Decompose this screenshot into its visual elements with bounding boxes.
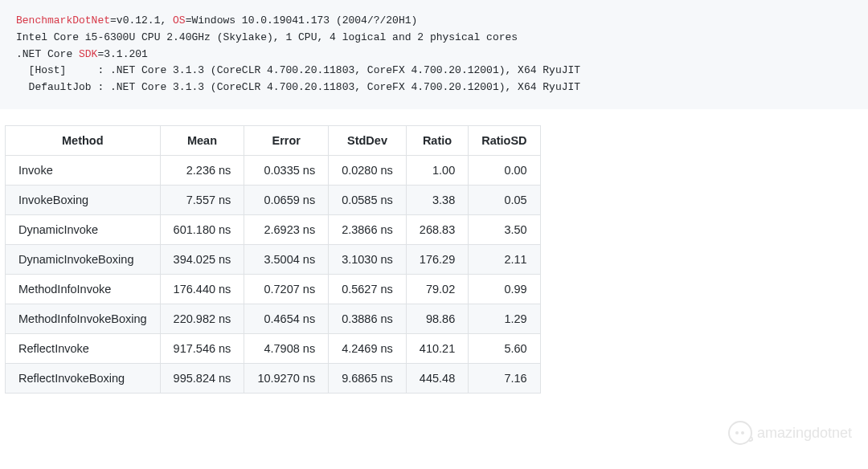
cell-value: 0.00 (469, 155, 540, 185)
cell-value: 5.60 (469, 333, 540, 363)
cell-method: ReflectInvokeBoxing (6, 363, 161, 393)
cell-value: 1.00 (406, 155, 468, 185)
col-stddev: StdDev (329, 125, 407, 155)
cell-value: 10.9270 ns (244, 363, 329, 393)
cell-value: 2.11 (469, 244, 540, 274)
code-token: OS (173, 14, 186, 27)
cell-value: 394.025 ns (160, 244, 244, 274)
col-error: Error (244, 125, 329, 155)
cell-value: 917.546 ns (160, 333, 244, 363)
code-token: =Windows 10.0.19041.173 (2004/?/20H1) (186, 14, 418, 27)
col-ratio: Ratio (406, 125, 468, 155)
cell-value: 7.16 (469, 363, 540, 393)
cell-method: Invoke (6, 155, 161, 185)
code-token: .NET Core (16, 48, 79, 60)
table-row: MethodInfoInvokeBoxing220.982 ns0.4654 n… (6, 304, 541, 333)
code-token: SDK (79, 48, 97, 60)
table-row: MethodInfoInvoke176.440 ns0.7207 ns0.562… (6, 274, 541, 304)
cell-value: 2.236 ns (160, 155, 244, 185)
cell-value: 0.4654 ns (244, 304, 329, 333)
col-method: Method (6, 125, 161, 155)
cell-value: 0.05 (469, 185, 540, 214)
cell-value: 445.48 (406, 363, 468, 393)
cell-method: MethodInfoInvoke (6, 274, 161, 304)
cell-method: MethodInfoInvokeBoxing (6, 304, 161, 333)
cell-value: 2.3866 ns (329, 214, 407, 244)
cell-method: DynamicInvoke (6, 214, 161, 244)
cell-value: 0.3886 ns (329, 304, 407, 333)
wechat-icon (728, 421, 752, 445)
cell-value: 0.0335 ns (244, 155, 329, 185)
table-row: ReflectInvoke917.546 ns4.7908 ns4.2469 n… (6, 333, 541, 363)
cell-value: 0.7207 ns (244, 274, 329, 304)
table-row: DynamicInvokeBoxing394.025 ns3.5004 ns3.… (6, 244, 541, 274)
watermark: amazingdotnet (728, 421, 852, 445)
cell-value: 3.50 (469, 214, 540, 244)
code-line: [Host] : .NET Core 3.1.3 (CoreCLR 4.700.… (16, 64, 580, 76)
cell-value: 601.180 ns (160, 214, 244, 244)
cell-value: 0.5627 ns (329, 274, 407, 304)
cell-value: 9.6865 ns (329, 363, 407, 393)
code-line: DefaultJob : .NET Core 3.1.3 (CoreCLR 4.… (16, 81, 580, 93)
cell-value: 7.557 ns (160, 185, 244, 214)
cell-value: 4.2469 ns (329, 333, 407, 363)
cell-value: 268.83 (406, 214, 468, 244)
code-line: Intel Core i5-6300U CPU 2.40GHz (Skylake… (16, 31, 518, 43)
table-row: Invoke2.236 ns0.0335 ns0.0280 ns1.000.00 (6, 155, 541, 185)
cell-value: 98.86 (406, 304, 468, 333)
col-ratiosd: RatioSD (469, 125, 540, 155)
cell-value: 995.824 ns (160, 363, 244, 393)
table-header-row: Method Mean Error StdDev Ratio RatioSD (6, 125, 541, 155)
table-row: DynamicInvoke601.180 ns2.6923 ns2.3866 n… (6, 214, 541, 244)
benchmark-table: Method Mean Error StdDev Ratio RatioSD I… (5, 125, 541, 394)
code-token: =v0.12.1, (110, 14, 173, 27)
cell-value: 176.440 ns (160, 274, 244, 304)
cell-value: 0.0659 ns (244, 185, 329, 214)
cell-value: 410.21 (406, 333, 468, 363)
cell-value: 3.5004 ns (244, 244, 329, 274)
cell-value: 0.0585 ns (329, 185, 407, 214)
cell-method: ReflectInvoke (6, 333, 161, 363)
cell-value: 3.1030 ns (329, 244, 407, 274)
cell-value: 79.02 (406, 274, 468, 304)
cell-method: DynamicInvokeBoxing (6, 244, 161, 274)
cell-value: 1.29 (469, 304, 540, 333)
cell-value: 220.982 ns (160, 304, 244, 333)
table-row: InvokeBoxing7.557 ns0.0659 ns0.0585 ns3.… (6, 185, 541, 214)
cell-value: 0.0280 ns (329, 155, 407, 185)
cell-value: 2.6923 ns (244, 214, 329, 244)
cell-value: 3.38 (406, 185, 468, 214)
cell-value: 0.99 (469, 274, 540, 304)
watermark-label: amazingdotnet (757, 425, 852, 442)
code-token: =3.1.201 (97, 48, 147, 60)
cell-value: 176.29 (406, 244, 468, 274)
benchmark-header-code: BenchmarkDotNet=v0.12.1, OS=Windows 10.0… (0, 0, 868, 109)
col-mean: Mean (160, 125, 244, 155)
cell-value: 4.7908 ns (244, 333, 329, 363)
table-row: ReflectInvokeBoxing995.824 ns10.9270 ns9… (6, 363, 541, 393)
cell-method: InvokeBoxing (6, 185, 161, 214)
code-token: BenchmarkDotNet (16, 14, 110, 27)
